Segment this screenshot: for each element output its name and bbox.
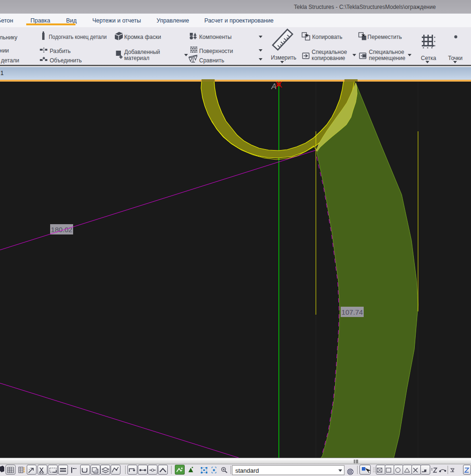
svg-text:180.02: 180.02 [51, 226, 73, 234]
svg-text:A: A [271, 82, 277, 91]
svg-text:107.74: 107.74 [342, 308, 363, 316]
